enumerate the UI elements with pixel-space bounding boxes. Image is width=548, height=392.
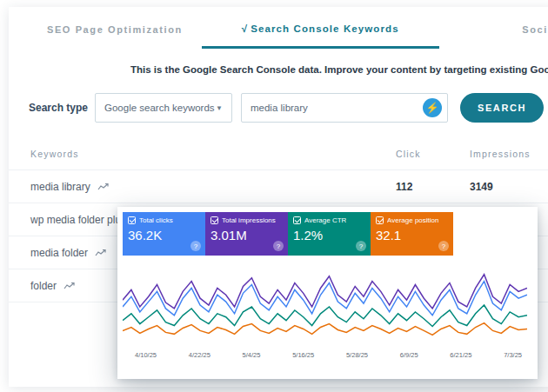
stat-label: Average position xyxy=(387,216,438,224)
x-tick-label: 7/3/25 xyxy=(504,351,522,359)
stat-label: Average CTR xyxy=(304,216,346,224)
header-keywords: Keywords xyxy=(30,149,396,159)
x-tick-label: 5/16/25 xyxy=(292,351,314,359)
checkbox-icon[interactable] xyxy=(211,216,218,224)
keyword-text: folder xyxy=(30,280,57,292)
x-tick-label: 6/9/25 xyxy=(400,351,418,359)
checkbox-icon[interactable] xyxy=(376,216,384,224)
x-tick-label: 4/22/25 xyxy=(189,351,211,359)
table-row[interactable]: media library 112 3149 xyxy=(9,170,548,203)
click-value: 112 xyxy=(396,181,470,193)
keyword-text: media library xyxy=(30,181,90,193)
search-button[interactable]: SEARCH xyxy=(460,93,544,123)
checkbox-icon[interactable] xyxy=(128,216,136,224)
help-icon[interactable]: ? xyxy=(190,241,201,251)
search-type-select[interactable]: Google search keywords ▼ xyxy=(95,93,232,123)
help-icon[interactable]: ? xyxy=(438,241,449,251)
keyword-text: media folder xyxy=(30,247,88,259)
trend-icon[interactable] xyxy=(63,278,76,294)
x-tick-label: 4/10/25 xyxy=(135,351,157,359)
x-tick-label: 5/4/25 xyxy=(243,351,261,359)
check-icon: √ xyxy=(242,23,248,34)
x-tick-label: 5/28/25 xyxy=(346,351,368,359)
search-bar: Search type Google search keywords ▼ ⚡ S… xyxy=(9,89,548,127)
tab-seo-page-optimization[interactable]: SEO Page Optimization xyxy=(28,10,202,49)
keyword-input[interactable] xyxy=(251,103,423,113)
help-icon[interactable]: ? xyxy=(273,241,284,251)
stat-value: 3.01M xyxy=(211,228,283,243)
stat-tile-total-clicks[interactable]: Total clicks 36.2K ? xyxy=(123,212,205,256)
tab-bar: SEO Page Optimization √ Search Console K… xyxy=(9,10,548,49)
bolt-icon[interactable]: ⚡ xyxy=(423,98,442,117)
tab-search-console-keywords[interactable]: √ Search Console Keywords xyxy=(202,10,439,49)
tab-social[interactable]: Soci xyxy=(503,10,548,49)
x-tick-label: 6/21/25 xyxy=(450,351,471,359)
stat-value: 36.2K xyxy=(128,228,200,243)
keyword-text: wp media folder plug xyxy=(30,214,127,226)
stat-value: 1.2% xyxy=(293,228,365,243)
select-value: Google search keywords xyxy=(104,103,215,113)
info-text: This is the Google Search Console data. … xyxy=(9,61,548,78)
impressions-value: 3149 xyxy=(470,181,548,193)
header-impressions: Impressions xyxy=(470,149,548,159)
header-click: Click xyxy=(396,149,470,159)
stat-value: 32.1 xyxy=(376,228,448,243)
search-type-label: Search type xyxy=(29,102,95,114)
app-window: SEO Page Optimization √ Search Console K… xyxy=(0,0,548,392)
stat-label: Total impressions xyxy=(222,216,276,224)
trend-icon[interactable] xyxy=(97,179,110,195)
help-icon[interactable]: ? xyxy=(356,241,366,251)
stat-tile-average-ctr[interactable]: Average CTR 1.2% ? xyxy=(288,212,371,256)
keyword-input-wrap: ⚡ xyxy=(241,93,448,123)
table-header-row: Keywords Click Impressions xyxy=(9,137,548,170)
trend-icon[interactable] xyxy=(95,245,107,261)
gsc-chart xyxy=(123,264,527,349)
gsc-overlay-card: Total clicks 36.2K ? Total impressions 3… xyxy=(117,207,538,379)
stat-label: Total clicks xyxy=(139,216,173,224)
stat-tile-total-impressions[interactable]: Total impressions 3.01M ? xyxy=(205,212,288,256)
checkbox-icon[interactable] xyxy=(293,216,301,224)
stat-tiles: Total clicks 36.2K ? Total impressions 3… xyxy=(123,212,531,256)
chevron-down-icon: ▼ xyxy=(216,104,223,112)
stat-tile-average-position[interactable]: Average position 32.1 ? xyxy=(371,212,453,256)
chart-x-axis: 4/10/25 4/22/25 5/4/25 5/16/25 5/28/25 6… xyxy=(123,349,531,359)
tab-label: Search Console Keywords xyxy=(251,23,398,34)
